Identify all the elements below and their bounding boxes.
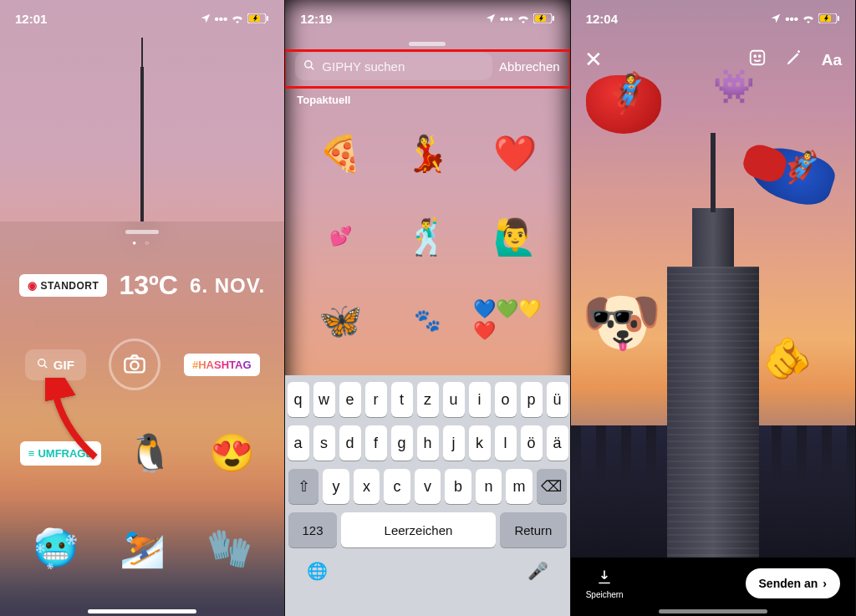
annotation-arrow <box>45 378 104 465</box>
sticker-penguin-scarf[interactable]: 🐧 <box>118 420 183 486</box>
key-g[interactable]: g <box>391 425 413 461</box>
key-h[interactable]: h <box>417 425 439 461</box>
clock: 12:04 <box>586 12 618 26</box>
key-n[interactable]: n <box>476 469 502 504</box>
location-arrow-icon <box>485 13 497 24</box>
key-l[interactable]: l <box>495 425 517 461</box>
gif-heart-face[interactable]: ❤️ <box>473 120 557 186</box>
gif-man-pointing[interactable]: 🫵 <box>741 334 833 382</box>
sticker-mittens-heart[interactable]: 🧤 <box>196 516 262 581</box>
sheet-handle[interactable] <box>409 42 446 46</box>
gif-drake[interactable]: 🙋‍♂️ <box>473 203 557 270</box>
key-x[interactable]: x <box>354 469 380 504</box>
sticker-penguin-hearteyes[interactable]: 😍 <box>199 420 264 486</box>
giphy-search-input[interactable]: GIPHY suchen <box>295 53 492 80</box>
save-button[interactable]: Speichern <box>586 568 624 599</box>
svg-point-9 <box>305 61 312 68</box>
gif-dog-sunglasses[interactable] <box>576 284 685 360</box>
globe-icon[interactable]: 🌐 <box>307 561 328 581</box>
sticker-row-1: ◉ STANDORT 13ºC 6. NOV. <box>0 270 284 301</box>
key-v[interactable]: v <box>415 469 441 504</box>
temperature-sticker[interactable]: 13ºC <box>120 270 178 301</box>
gif-lisa[interactable]: 💃 <box>385 120 469 186</box>
signal-icon: ••• <box>500 12 513 26</box>
sticker-penguin-cold[interactable]: 🥶 <box>23 516 88 581</box>
gif-sparkle-hearts[interactable]: 💕 <box>298 203 382 270</box>
home-indicator[interactable] <box>88 609 196 613</box>
gif-superman-horizontal[interactable] <box>750 150 850 201</box>
drawer-handle[interactable] <box>125 230 159 234</box>
date-sticker[interactable]: 6. NOV. <box>190 274 265 298</box>
key-u[interactable]: u <box>443 382 465 417</box>
key-ü[interactable]: ü <box>547 382 568 417</box>
key-m[interactable]: m <box>506 469 532 504</box>
sticker-icon[interactable] <box>748 48 767 71</box>
hashtag-sticker[interactable]: #HASHTAG <box>184 354 260 376</box>
backspace-key[interactable]: ⌫ <box>537 469 567 504</box>
gif-rainbow-hearts[interactable]: 💙💚💛❤️ <box>473 287 557 354</box>
key-ä[interactable]: ä <box>547 425 568 461</box>
key-p[interactable]: p <box>521 382 543 417</box>
location-sticker[interactable]: ◉ STANDORT <box>19 274 107 297</box>
gif-sticker-button[interactable]: GIF <box>25 349 86 380</box>
svg-rect-13 <box>750 51 764 65</box>
key-a[interactable]: a <box>288 425 309 461</box>
phone-screen-giphy-search: 12:19 ••• GIPHY suchen Abbrechen Topaktu… <box>285 0 570 616</box>
numbers-key[interactable]: 123 <box>288 512 336 547</box>
mic-icon[interactable]: 🎤 <box>527 561 548 581</box>
sticker-drawer[interactable]: ● ○ ◉ STANDORT 13ºC 6. NOV. GIF #HASHTAG <box>0 221 284 616</box>
key-s[interactable]: s <box>313 425 335 461</box>
key-r[interactable]: r <box>365 382 387 417</box>
close-button[interactable]: ✕ <box>584 47 603 73</box>
key-k[interactable]: k <box>469 425 491 461</box>
camera-sticker[interactable] <box>109 339 160 390</box>
signal-icon: ••• <box>215 12 228 26</box>
key-w[interactable]: w <box>313 382 335 417</box>
home-indicator[interactable] <box>659 609 767 613</box>
key-e[interactable]: e <box>339 382 361 417</box>
svg-rect-1 <box>267 16 268 21</box>
svg-point-15 <box>759 55 761 57</box>
cancel-button[interactable]: Abbrechen <box>499 59 560 74</box>
key-b[interactable]: b <box>445 469 471 504</box>
page-dots: ● ○ <box>0 239 284 247</box>
key-ö[interactable]: ö <box>521 425 543 461</box>
key-d[interactable]: d <box>339 425 361 461</box>
return-key[interactable]: Return <box>500 512 566 547</box>
keyboard[interactable]: qwertzuiopü asdfghjklöä ⇧ yxcvbnm ⌫ 123 … <box>285 375 569 616</box>
location-label: STANDORT <box>41 280 99 292</box>
sticker-penguin-ski[interactable]: ⛷️ <box>110 516 175 581</box>
key-t[interactable]: t <box>391 382 413 417</box>
key-z[interactable]: z <box>417 382 439 417</box>
key-j[interactable]: j <box>443 425 465 461</box>
space-key[interactable]: Leerzeichen <box>341 512 496 547</box>
gif-superman-flying[interactable] <box>586 75 686 134</box>
key-f[interactable]: f <box>365 425 387 461</box>
gif-pixel-character[interactable]: 👾 <box>705 67 763 106</box>
key-row-4: 123 Leerzeichen Return <box>288 512 566 547</box>
key-c[interactable]: c <box>384 469 410 504</box>
svg-point-14 <box>754 55 756 57</box>
trending-label: Topaktuell <box>297 94 569 106</box>
sticker-row-2: GIF #HASHTAG <box>0 339 284 390</box>
poll-icon: ≡ <box>28 447 35 460</box>
key-o[interactable]: o <box>495 382 517 417</box>
draw-icon[interactable] <box>785 48 803 71</box>
key-row-3: ⇧ yxcvbnm ⌫ <box>288 469 566 504</box>
location-arrow-icon <box>770 13 782 24</box>
status-bar: 12:19 ••• <box>285 0 569 37</box>
status-bar: 12:01 ••• <box>0 0 284 37</box>
send-to-button[interactable]: Senden an › <box>746 568 840 598</box>
key-i[interactable]: i <box>469 382 491 417</box>
battery-icon <box>533 13 555 23</box>
gif-hidden[interactable]: 🐾 <box>385 287 469 354</box>
gif-wings[interactable]: 🦋 <box>298 287 382 354</box>
text-tool-button[interactable]: Aa <box>822 51 842 69</box>
gif-dancer[interactable]: 🕺 <box>385 203 469 270</box>
location-arrow-icon <box>200 13 211 24</box>
key-y[interactable]: y <box>323 469 349 504</box>
gif-pizza[interactable]: 🍕 <box>298 120 382 186</box>
key-q[interactable]: q <box>288 382 309 417</box>
search-icon <box>303 59 315 74</box>
shift-key[interactable]: ⇧ <box>288 469 318 504</box>
